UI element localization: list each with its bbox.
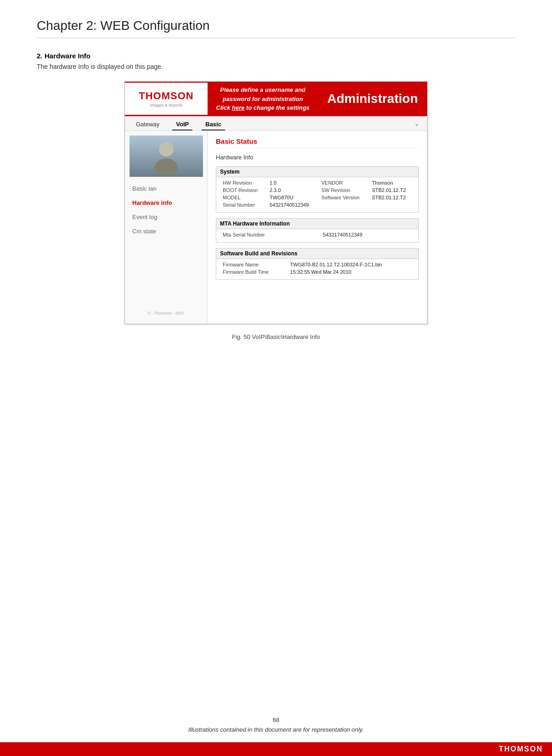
system-table: System HW Revision 1.0 VENDOR Thomson BO… [216, 166, 419, 213]
sw-revision-value: STB2.01.12.T2 [369, 186, 415, 194]
hw-revision-label: HW Revision [220, 179, 267, 186]
software-table-header: Software Build and Revisions [216, 248, 418, 259]
firmware-build-label: Firmware Build Time [220, 268, 287, 276]
page-number: 68 [0, 717, 552, 723]
software-version-value: STB2.01.12.T2 [369, 194, 415, 201]
admin-message-line1: Please define a username and password fo… [215, 85, 310, 103]
main-section-title: Basic Status [216, 137, 419, 148]
table-row: BOOT Revision 2.3.0 SW Revision STB2.01.… [220, 186, 415, 194]
tab-basic[interactable]: Basic [202, 119, 225, 130]
svg-point-0 [159, 142, 174, 157]
system-table-header: System [216, 167, 418, 177]
mta-info-table: Mta Serial Number 54321740512349 [220, 231, 415, 238]
admin-message: Please define a username and password fo… [208, 82, 318, 116]
nav-bar: Gateway VoIP Basic ⌄ [125, 116, 427, 131]
section-title: Hardware Info [45, 52, 90, 60]
figure-caption: Fig. 50 VoIP\Basic\Hardware Info [37, 333, 515, 340]
footer-note: Illustrations contained in this document… [0, 726, 552, 733]
mta-table: MTA Hardware Information Mta Serial Numb… [216, 218, 419, 243]
model-label: MODEL [220, 194, 267, 201]
sidebar-photo [130, 135, 203, 177]
serial-number-value: 54321740512349 [267, 201, 319, 209]
firmware-name-value: TWG870-B2.01.12.T2-100324-F-1C1.bin [287, 261, 415, 268]
vendor-label: VENDOR [319, 179, 369, 186]
tab-gateway[interactable]: Gateway [132, 119, 163, 130]
main-sub-title: Hardware Info [216, 154, 419, 161]
sw-revision-label: SW Revision [319, 186, 369, 194]
sidebar-item-hardware-info[interactable]: Hardware info [125, 196, 207, 210]
sidebar-photo-inner [130, 135, 203, 177]
sidebar: Basic lan Hardware info Event log Cm sta… [125, 131, 208, 324]
bottom-thomson-logo: THOMSON [499, 745, 543, 753]
software-version-label: Software Version [319, 194, 369, 201]
sidebar-item-basic-lan[interactable]: Basic lan [125, 181, 207, 196]
admin-message-line2: Click here to change the settings [215, 103, 310, 113]
firmware-name-label: Firmware Name [220, 261, 287, 268]
vendor-value: Thomson [369, 179, 415, 186]
section-number: 2. [37, 52, 43, 60]
chapter-title: Chapter 2: WEB Configuration [37, 18, 515, 38]
tab-voip[interactable]: VoIP [172, 119, 192, 130]
firmware-build-value: 15:32:55 Wed Mar 24 2010 [287, 268, 415, 276]
boot-revision-value: 2.3.0 [267, 186, 319, 194]
software-info-table: Firmware Name TWG870-B2.01.12.T2-100324-… [220, 261, 415, 276]
device-body: Basic lan Hardware info Event log Cm sta… [125, 131, 427, 324]
boot-revision-label: BOOT Revision [220, 186, 267, 194]
mta-table-header: MTA Hardware Information [216, 219, 418, 229]
bottom-bar: THOMSON [0, 742, 552, 756]
device-main: Basic Status Hardware Info System HW Rev… [208, 131, 427, 324]
table-row: Serial Number 54321740512349 [220, 201, 415, 209]
table-row: HW Revision 1.0 VENDOR Thomson [220, 179, 415, 186]
person-icon [148, 138, 185, 175]
thomson-tagline: images & beyond [150, 103, 182, 107]
page-footer: 68 Illustrations contained in this docum… [0, 717, 552, 733]
svg-point-1 [155, 158, 178, 175]
table-row: Firmware Name TWG870-B2.01.12.T2-100324-… [220, 261, 415, 268]
sidebar-copyright: © - Thomson - 2007 [125, 305, 207, 319]
device-header: THOMSON images & beyond Please define a … [125, 82, 427, 116]
administration-label: Administration [318, 91, 427, 106]
mta-serial-label: Mta Serial Number [220, 231, 320, 238]
table-row: Firmware Build Time 15:32:55 Wed Mar 24 … [220, 268, 415, 276]
sidebar-item-cm-state[interactable]: Cm state [125, 224, 207, 238]
model-value: TWG870U [267, 194, 319, 201]
sidebar-item-event-log[interactable]: Event log [125, 210, 207, 224]
here-link[interactable]: here [232, 104, 244, 111]
device-screenshot: THOMSON images & beyond Please define a … [124, 81, 428, 324]
thomson-logo-area: THOMSON images & beyond [125, 83, 208, 115]
thomson-logo: THOMSON [139, 90, 193, 102]
nav-chevron-icon: ⌄ [414, 120, 420, 129]
section-description: The hardware Info is displayed on this p… [37, 63, 515, 70]
system-info-table: HW Revision 1.0 VENDOR Thomson BOOT Revi… [220, 179, 415, 209]
hw-revision-value: 1.0 [267, 179, 319, 186]
mta-serial-value: 54321740512349 [320, 231, 415, 238]
serial-number-label: Serial Number [220, 201, 267, 209]
software-table: Software Build and Revisions Firmware Na… [216, 248, 419, 280]
table-row: Mta Serial Number 54321740512349 [220, 231, 415, 238]
table-row: MODEL TWG870U Software Version STB2.01.1… [220, 194, 415, 201]
